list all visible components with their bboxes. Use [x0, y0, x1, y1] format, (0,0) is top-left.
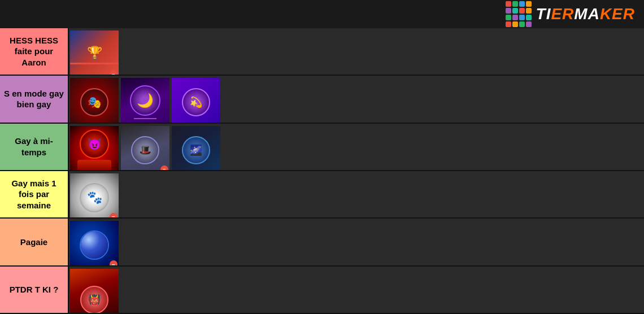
- list-item[interactable]: 🌌 Inux | A i x | aixpai: [171, 124, 221, 170]
- list-item[interactable]: 🐾 − Inuc: [69, 171, 120, 217]
- tier-row-b: Gay à mi-temps 😈 Darth Silver silver_rai…: [0, 124, 644, 171]
- list-item[interactable]: 👹 ! 🍀 .oooo °@T: [69, 267, 120, 313]
- avatar: 🎩 −: [121, 126, 169, 170]
- list-item[interactable]: − Pépito .elpepito: [69, 219, 120, 265]
- header: TiERMAKER: [0, 0, 644, 28]
- avatar: 👹: [70, 269, 119, 313]
- avatar: −: [70, 221, 119, 265]
- avatar: 🌌: [172, 126, 220, 170]
- tier-items-c: 🐾 − Inuc: [68, 171, 644, 217]
- avatar: 💫: [172, 78, 220, 122]
- tier-items-b: 😈 Darth Silver silver_rai_ne 🎩 −: [68, 124, 644, 170]
- tier-label-hess: HESS HESS faite pour Aaron: [0, 28, 68, 75]
- logo-grid: [506, 1, 532, 27]
- remove-badge: −: [110, 70, 118, 75]
- tier-label-d: Pagaie: [0, 219, 68, 265]
- tier-items-s: 🎭 Himmel, ranger's bo himmel5200 🌙: [68, 76, 644, 122]
- list-item[interactable]: 🌙 —: [120, 76, 171, 122]
- tier-items-e: 👹 ! 🍀 .oooo °@T: [68, 267, 644, 313]
- tier-label-e: PTDR T KI ?: [0, 267, 68, 313]
- logo-text: TiERMAKER: [536, 5, 635, 23]
- tier-label-c: Gay mais 1 fois par semaine: [0, 171, 68, 217]
- tier-items-hess: 🏆 − Aaron 1er 🦀 CRAB: [68, 28, 644, 75]
- tiermaker-logo: TiERMAKER: [506, 1, 635, 27]
- remove-badge: −: [110, 260, 118, 265]
- remove-badge: −: [160, 165, 168, 170]
- tier-label-b: Gay à mi-temps: [0, 124, 68, 170]
- tier-label-s: S en mode gay bien gay: [0, 76, 68, 122]
- avatar: 😈: [70, 126, 119, 170]
- avatar: 🌙: [121, 78, 169, 122]
- avatar: 🏆 −: [70, 30, 119, 75]
- list-item[interactable]: 💫 Chienne de BOOM BOO QuéLcouTerh: [171, 76, 221, 122]
- list-item[interactable]: 🎩 − Chuuya ⚙: [120, 124, 171, 170]
- list-item[interactable]: 🏆 − Aaron 1er 🦀 CRAB: [69, 28, 120, 75]
- tier-row-d: Pagaie − Pépito .elpepito: [0, 219, 644, 266]
- list-item[interactable]: 🎭 Himmel, ranger's bo himmel5200: [69, 76, 120, 122]
- tier-row-hess: HESS HESS faite pour Aaron 🏆 − Aaron 1er…: [0, 28, 644, 76]
- avatar: 🐾 −: [70, 173, 119, 217]
- list-item[interactable]: 😈 Darth Silver silver_rai_ne: [69, 124, 120, 170]
- tier-row-c: Gay mais 1 fois par semaine 🐾 − Inuc: [0, 171, 644, 219]
- avatar: 🎭: [70, 78, 119, 122]
- remove-badge: −: [110, 213, 118, 217]
- tier-row-s: S en mode gay bien gay 🎭 Himmel, ranger'…: [0, 76, 644, 123]
- tier-items-d: − Pépito .elpepito: [68, 219, 644, 265]
- tier-list: TiERMAKER HESS HESS faite pour Aaron 🏆 −…: [0, 0, 644, 314]
- tier-row-e: PTDR T KI ? 👹 ! 🍀 .oooo °@T: [0, 267, 644, 314]
